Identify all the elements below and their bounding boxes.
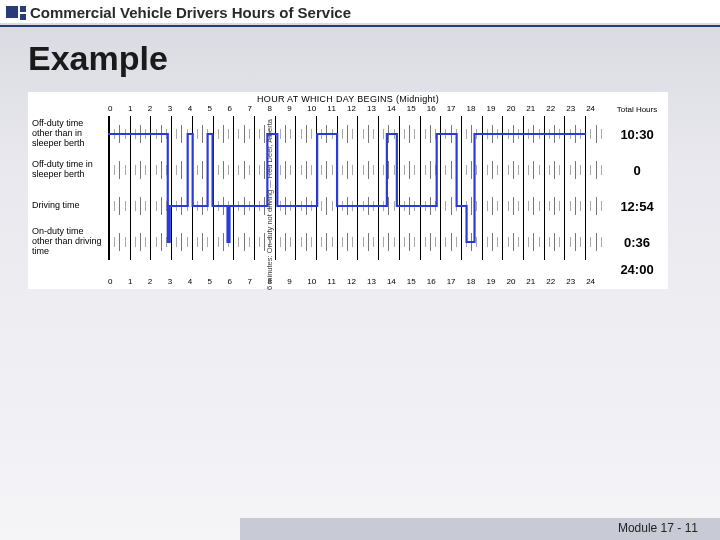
log-chart: 0123456789101112131415161718192021222324 — [108, 104, 606, 277]
slide-body: Example HOUR AT WHICH DAY BEGINS (Midnig… — [0, 27, 720, 301]
tick-label: 3 — [168, 277, 188, 289]
tick-label: 0 — [108, 277, 128, 289]
tick-label: 1 — [128, 104, 148, 116]
totals-header: Total Hours — [606, 104, 668, 116]
tick-label: 2 — [148, 104, 168, 116]
tick-label: 24 — [586, 104, 606, 116]
tick-label: 19 — [487, 104, 507, 116]
header-title: Commercial Vehicle Drivers Hours of Serv… — [30, 4, 710, 21]
row-total: 0:36 — [606, 224, 668, 260]
tick-label: 6 — [228, 104, 248, 116]
tick-label: 21 — [526, 104, 546, 116]
tick-label: 4 — [188, 277, 208, 289]
tick-label: 24 — [586, 277, 606, 289]
tick-label: 15 — [407, 104, 427, 116]
tick-label: 5 — [208, 104, 228, 116]
tick-label: 22 — [546, 104, 566, 116]
axis-top: 0123456789101112131415161718192021222324 — [108, 104, 606, 116]
log-row — [108, 116, 606, 152]
tick-label: 20 — [506, 277, 526, 289]
footer-module: Module 17 - — [618, 521, 681, 535]
tick-label: 22 — [546, 277, 566, 289]
square-icon — [20, 6, 26, 12]
tick-label: 15 — [407, 277, 427, 289]
axis-bottom: 0123456789101112131415161718192021222324 — [108, 277, 606, 289]
tick-label: 16 — [427, 277, 447, 289]
row-labels: Off-duty time other than in sleeper bert… — [28, 104, 108, 277]
row-total: 0 — [606, 152, 668, 188]
annotation-text: 6 minutes: On-duty not driving — Red Dee… — [266, 119, 274, 290]
tick-label: 23 — [566, 277, 586, 289]
footer: Module 17 - 11 — [240, 518, 720, 540]
tick-label: 17 — [447, 277, 467, 289]
log-rows — [108, 116, 606, 260]
tick-label: 21 — [526, 277, 546, 289]
tick-label: 12 — [347, 277, 367, 289]
tick-label: 11 — [327, 104, 347, 116]
tick-label: 18 — [467, 104, 487, 116]
tick-label: 3 — [168, 104, 188, 116]
row-total: 12:54 — [606, 188, 668, 224]
tick-label: 16 — [427, 104, 447, 116]
tick-label: 9 — [287, 277, 307, 289]
square-icon — [20, 14, 26, 20]
tick-label: 14 — [387, 277, 407, 289]
tick-label: 20 — [506, 104, 526, 116]
header-decoration — [6, 6, 26, 20]
grand-total: 24:00 — [606, 260, 668, 277]
tick-label: 13 — [367, 104, 387, 116]
tick-label: 0 — [108, 104, 128, 116]
tick-label: 11 — [327, 277, 347, 289]
row-label: Off-duty time in sleeper berth — [28, 152, 108, 188]
tick-label: 14 — [387, 104, 407, 116]
tick-label: 18 — [467, 277, 487, 289]
tick-label: 12 — [347, 104, 367, 116]
tick-label: 8 — [267, 104, 287, 116]
tick-label: 4 — [188, 104, 208, 116]
tick-label: 7 — [247, 104, 267, 116]
tick-label: 5 — [208, 277, 228, 289]
slide-heading: Example — [28, 39, 692, 78]
tick-label: 1 — [128, 277, 148, 289]
square-icon — [6, 6, 18, 18]
tick-label: 6 — [228, 277, 248, 289]
tick-label: 2 — [148, 277, 168, 289]
tick-label: 13 — [367, 277, 387, 289]
tick-label: 23 — [566, 104, 586, 116]
log-row — [108, 224, 606, 260]
header: Commercial Vehicle Drivers Hours of Serv… — [0, 0, 720, 23]
totals-column: Total Hours 10:30 0 12:54 0:36 24:00 — [606, 104, 668, 277]
tick-label: 19 — [487, 277, 507, 289]
tick-label: 10 — [307, 104, 327, 116]
row-label: Off-duty time other than in sleeper bert… — [28, 116, 108, 152]
tick-label: 9 — [287, 104, 307, 116]
log-title: HOUR AT WHICH DAY BEGINS (Midnight) — [28, 92, 668, 104]
row-label: Driving time — [28, 188, 108, 224]
tick-label: 10 — [307, 277, 327, 289]
row-label: On-duty time other than driving time — [28, 224, 108, 260]
log-row — [108, 188, 606, 224]
footer-page: 11 — [685, 521, 698, 535]
hos-log: HOUR AT WHICH DAY BEGINS (Midnight) Off-… — [28, 92, 668, 289]
log-row — [108, 152, 606, 188]
tick-label: 17 — [447, 104, 467, 116]
row-total: 10:30 — [606, 116, 668, 152]
